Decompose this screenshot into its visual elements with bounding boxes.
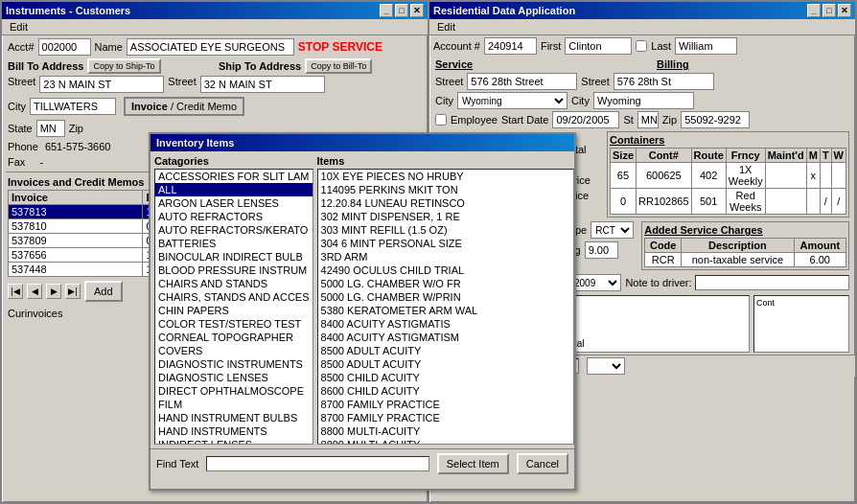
category-item[interactable]: CORNEAL TOPOGRAPHER <box>155 331 313 344</box>
note-input[interactable] <box>695 275 849 290</box>
category-item[interactable]: COLOR TEST/STEREO TEST <box>155 317 313 331</box>
nav-last-button[interactable]: ▶| <box>65 284 81 299</box>
credit-memo-label: / Credit Memo <box>171 101 237 112</box>
category-item[interactable]: HAND INSTRUMENTS <box>155 424 313 438</box>
billing-state-label: St <box>623 114 633 126</box>
street-label: Street <box>8 76 35 93</box>
copy-to-bill-button[interactable]: Copy to Bill-To <box>305 58 372 74</box>
inventory-item[interactable]: 8400 ACUITY ASTIGMATISM <box>318 331 573 344</box>
res-last-label: Last <box>651 40 671 52</box>
inventory-item[interactable]: 304 6 MINT PERSONAL SIZE <box>318 237 573 250</box>
res-street-label: Street <box>435 76 463 87</box>
inventory-item[interactable]: 8500 ADULT ACUITY <box>318 357 573 371</box>
inventory-item[interactable]: 12.20.84 LUNEAU RETINSCO <box>318 196 573 210</box>
res-street-field: 576 28th Street <box>467 73 577 90</box>
items-list[interactable]: 10X EYE PIECES NO HRUBY114095 PERKINS MK… <box>317 169 574 445</box>
billing-street-label: Street <box>581 76 609 87</box>
categories-label: Catagories <box>154 155 313 167</box>
category-item[interactable]: AUTO REFRACTORS/KERATO <box>155 223 313 237</box>
copy-to-ship-button[interactable]: Copy to Ship-To <box>87 58 160 74</box>
inventory-item[interactable]: 8500 CHILD ACUITY <box>318 371 573 384</box>
inventory-item[interactable]: 8700 FAMILY PRACTICE <box>318 398 573 411</box>
inventory-item[interactable]: 5000 LG. CHAMBER W/O FR <box>318 277 573 290</box>
menu-edit[interactable]: Edit <box>6 20 32 34</box>
nav-prev-button[interactable]: ◀ <box>27 284 42 299</box>
category-item[interactable]: FILM <box>155 398 313 411</box>
category-item[interactable]: AUTO REFRACTORS <box>155 210 313 223</box>
category-item[interactable]: BATTERIES <box>155 237 313 250</box>
res-city-label: City <box>435 95 453 106</box>
res-maximize-button[interactable]: □ <box>822 4 836 17</box>
cancel-button[interactable]: Cancel <box>517 453 568 474</box>
container-column-header: Cont# <box>637 149 692 163</box>
add-button[interactable]: Add <box>84 281 123 302</box>
col-invoice: Invoice <box>9 191 143 205</box>
inventory-item[interactable]: 8700 FAMILY PRACTICE <box>318 411 573 424</box>
res-close-button[interactable]: ✕ <box>838 4 851 17</box>
nav-first-button[interactable]: |◀ <box>8 284 23 299</box>
acct-type-select[interactable]: RCT <box>591 221 634 239</box>
find-text-label: Find Text <box>156 458 198 470</box>
residential-title: Residential Data Application <box>433 5 575 16</box>
nav-next-button[interactable]: ▶ <box>46 284 61 299</box>
category-item[interactable]: DIAGNOSTIC INSTRUMENTS <box>155 357 313 371</box>
inventory-item[interactable]: 3RD ARM <box>318 250 573 263</box>
inventory-item[interactable]: 8600 CHILD ACUITY <box>318 384 573 398</box>
category-item[interactable]: COVERS <box>155 344 313 357</box>
category-item[interactable]: DIAGNOSTIC LENSES <box>155 371 313 384</box>
cont-label: Cont <box>754 296 848 309</box>
fax-value: - <box>39 156 43 168</box>
find-text-input[interactable] <box>206 456 428 471</box>
category-item[interactable]: ALL <box>155 183 313 196</box>
inventory-item[interactable]: 8800 MULTI-ACUITY <box>318 424 573 438</box>
category-item[interactable]: HAND INSTRUMENT BULBS <box>155 411 313 424</box>
contacts-panel: Cont <box>753 295 849 353</box>
category-item[interactable]: INDIRECT LENSES <box>155 438 313 445</box>
category-item[interactable]: CHAIRS, STANDS AND ACCES <box>155 290 313 304</box>
inventory-item[interactable]: 8500 ADULT ACUITY <box>318 344 573 357</box>
inventory-item[interactable]: 8800 MULTI-ACUITY <box>318 438 573 445</box>
select-item-button[interactable]: Select Item <box>437 453 509 474</box>
service-label: Service <box>435 58 473 70</box>
category-item[interactable]: BINOCULAR INDIRECT BULB <box>155 250 313 263</box>
start-date-label: Start Date <box>501 114 549 126</box>
residential-menu-bar: Edit <box>429 19 855 35</box>
phone-label: Phone <box>8 141 38 152</box>
containers-table: SizeCont#RouteFrncyMaint'dMTW 6560062540… <box>610 148 846 215</box>
inventory-item[interactable]: 8400 ACUITY ASTIGMATIS <box>318 317 573 331</box>
container-row: 656006254021X Weeklyx <box>610 163 845 189</box>
res-minimize-button[interactable]: _ <box>807 4 821 17</box>
container-column-header: Frncy <box>726 149 765 163</box>
city-label: City <box>8 101 26 112</box>
name-label: Name <box>95 41 123 53</box>
category-item[interactable]: ARGON LASER LENSES <box>155 196 313 210</box>
category-item[interactable]: ACCESSORIES FOR SLIT LAM <box>155 170 313 183</box>
street-field: 23 N MAIN ST <box>39 76 164 93</box>
close-button[interactable]: ✕ <box>410 4 424 17</box>
employee-checkbox[interactable] <box>435 114 447 126</box>
inventory-item[interactable]: 42490 OCULUS CHILD TRIAL <box>318 263 573 277</box>
categories-list[interactable]: ACCESSORIES FOR SLIT LAMALLARGON LASER L… <box>154 169 313 445</box>
first-checkbox[interactable] <box>636 40 647 52</box>
res-menu-edit[interactable]: Edit <box>433 20 459 34</box>
inventory-item[interactable]: 303 MINT REFILL (1.5 OZ) <box>318 223 573 237</box>
category-item[interactable]: BLOOD PRESSURE INSTRUM <box>155 263 313 277</box>
inventory-item[interactable]: 5380 KERATOMETER ARM WAL <box>318 304 573 317</box>
instruments-title-bar: Instruments - Customers _ □ ✕ <box>2 2 428 19</box>
street2-label: Street <box>168 76 196 93</box>
category-item[interactable]: CHIN PAPERS <box>155 304 313 317</box>
inventory-item[interactable]: 114095 PERKINS MKIT TON <box>318 183 573 196</box>
bottom-select[interactable] <box>587 357 625 375</box>
billing-label: Billing <box>657 58 689 70</box>
category-item[interactable]: DIRECT OPHTHALMOSCOPE <box>155 384 313 398</box>
res-city-select[interactable]: Wyoming <box>457 92 567 109</box>
inventory-item[interactable]: 302 MINT DISPENSER, 1 RE <box>318 210 573 223</box>
fax-label: Fax <box>8 156 25 168</box>
category-item[interactable]: CHAIRS AND STANDS <box>155 277 313 290</box>
maximize-button[interactable]: □ <box>395 4 408 17</box>
acct-label: Acct# <box>8 41 35 53</box>
inventory-item[interactable]: 5000 LG. CHAMBER W/PRIN <box>318 290 573 304</box>
inventory-item[interactable]: 10X EYE PIECES NO HRUBY <box>318 170 573 183</box>
minimize-button[interactable]: _ <box>380 4 393 17</box>
res-account-field: 240914 <box>484 37 537 55</box>
